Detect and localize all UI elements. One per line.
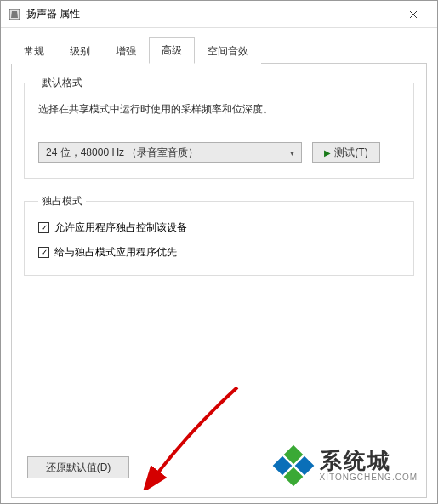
checkbox-icon: ✓ — [38, 247, 49, 258]
default-format-row: 24 位，48000 Hz （录音室音质） ▾ ▶ 测试(T) — [38, 142, 400, 163]
checkbox-allow-exclusive-label: 允许应用程序独占控制该设备 — [54, 220, 187, 235]
test-button[interactable]: ▶ 测试(T) — [312, 142, 380, 163]
group-exclusive-mode-legend: 独占模式 — [38, 194, 86, 209]
tab-page-advanced: 默认格式 选择在共享模式中运行时使用的采样频率和位深度。 24 位，48000 … — [11, 64, 427, 498]
annotation-arrow — [139, 379, 250, 490]
default-format-description: 选择在共享模式中运行时使用的采样频率和位深度。 — [38, 102, 400, 117]
watermark-logo — [274, 446, 313, 485]
tab-general[interactable]: 常规 — [11, 38, 57, 64]
close-button[interactable] — [396, 3, 430, 26]
tab-advanced[interactable]: 高级 — [149, 37, 195, 64]
app-icon — [8, 8, 21, 21]
properties-window: 扬声器 属性 常规 级别 增强 高级 空间音效 默认格式 选择在共享模式中运行时… — [0, 0, 438, 504]
test-button-label: 测试(T) — [334, 146, 367, 160]
watermark: 系统城 XITONGCHENG.COM — [274, 446, 418, 485]
restore-button-container: 还原默认值(D) — [27, 456, 129, 478]
client-area: 常规 级别 增强 高级 空间音效 默认格式 选择在共享模式中运行时使用的采样频率… — [1, 28, 437, 503]
window-title: 扬声器 属性 — [26, 7, 396, 21]
watermark-sub: XITONGCHENG.COM — [320, 473, 418, 482]
tab-spatial[interactable]: 空间音效 — [195, 38, 261, 64]
group-default-format-legend: 默认格式 — [38, 76, 86, 90]
tab-strip: 常规 级别 增强 高级 空间音效 — [11, 37, 427, 64]
sample-format-selected: 24 位，48000 Hz （录音室音质） — [46, 146, 198, 160]
checkbox-exclusive-priority-label: 给与独占模式应用程序优先 — [54, 245, 177, 260]
tab-levels[interactable]: 级别 — [57, 38, 103, 64]
close-icon — [409, 8, 418, 21]
group-exclusive-mode: 独占模式 ✓ 允许应用程序独占控制该设备 ✓ 给与独占模式应用程序优先 — [24, 194, 414, 276]
checkbox-exclusive-priority[interactable]: ✓ 给与独占模式应用程序优先 — [38, 245, 400, 260]
play-icon: ▶ — [324, 148, 331, 158]
watermark-text: 系统城 XITONGCHENG.COM — [320, 450, 418, 482]
sample-format-dropdown[interactable]: 24 位，48000 Hz （录音室音质） ▾ — [38, 142, 302, 163]
titlebar: 扬声器 属性 — [1, 1, 437, 28]
tab-enhancements[interactable]: 增强 — [103, 38, 149, 64]
watermark-title: 系统城 — [320, 450, 418, 472]
chevron-down-icon: ▾ — [290, 148, 294, 158]
checkbox-allow-exclusive[interactable]: ✓ 允许应用程序独占控制该设备 — [38, 220, 400, 235]
checkbox-icon: ✓ — [38, 222, 49, 233]
restore-defaults-label: 还原默认值(D) — [46, 461, 111, 475]
restore-defaults-button[interactable]: 还原默认值(D) — [27, 456, 129, 478]
group-default-format: 默认格式 选择在共享模式中运行时使用的采样频率和位深度。 24 位，48000 … — [24, 76, 414, 179]
